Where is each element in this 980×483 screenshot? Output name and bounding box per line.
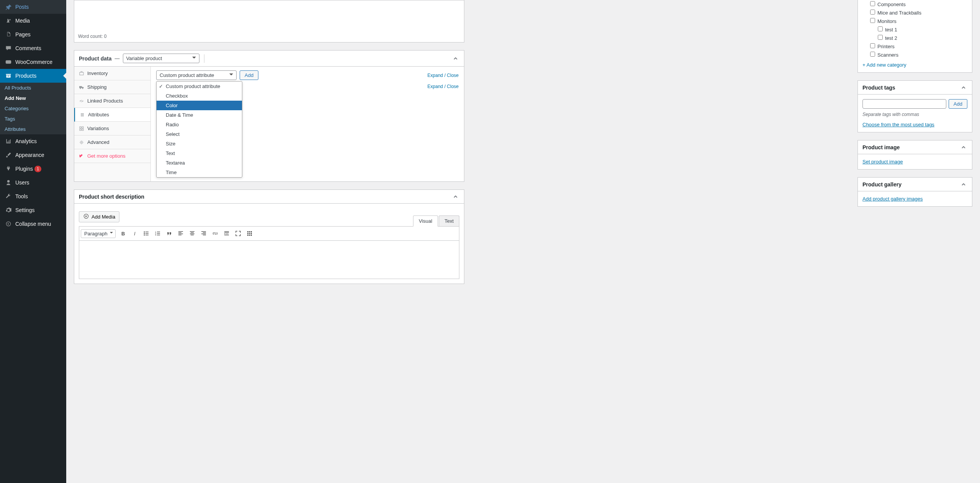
category-list: Components Mice and Trackballs Monitors … <box>858 0 972 72</box>
submenu-add-new[interactable]: Add New <box>0 93 66 103</box>
collapse-icon <box>5 220 12 228</box>
toggle-short-desc-icon[interactable] <box>452 193 459 201</box>
add-gallery-images-link[interactable]: Add product gallery images <box>862 196 923 202</box>
submenu-all-products[interactable]: All Products <box>0 83 66 93</box>
dropdown-option-text[interactable]: Text <box>157 148 242 158</box>
toolbar-toggle-button[interactable] <box>244 228 255 239</box>
sidebar-item-appearance[interactable]: Appearance <box>0 148 66 162</box>
toggle-tags-icon[interactable] <box>960 84 967 91</box>
sidebar-item-users[interactable]: Users <box>0 176 66 189</box>
sidebar-item-woocommerce[interactable]: WooCommerce <box>0 55 66 69</box>
dropdown-option-size[interactable]: Size <box>157 139 242 148</box>
expand-close-links-2: Expand / Close <box>428 84 459 89</box>
category-label[interactable]: Mice and Trackballs <box>870 10 921 16</box>
align-left-button[interactable] <box>175 228 186 239</box>
align-center-button[interactable] <box>187 228 198 239</box>
sidebar-item-collapse[interactable]: Collapse menu <box>0 217 66 231</box>
category-checkbox-scanners[interactable] <box>870 52 875 57</box>
category-label[interactable]: Components <box>870 2 906 7</box>
sidebar-label: Settings <box>15 207 35 213</box>
category-checkbox-test2[interactable] <box>878 35 883 40</box>
choose-used-tags-link[interactable]: Choose from the most used tags <box>862 122 934 127</box>
sidebar-item-posts[interactable]: Posts <box>0 0 66 14</box>
tab-linked-products[interactable]: Linked Products <box>74 94 150 108</box>
submenu-categories[interactable]: Categories <box>0 103 66 114</box>
category-label[interactable]: test 2 <box>878 35 897 41</box>
short-description-editor[interactable] <box>79 241 459 279</box>
sidebar-item-settings[interactable]: Settings <box>0 203 66 217</box>
italic-button[interactable]: I <box>129 228 140 239</box>
align-right-button[interactable] <box>198 228 209 239</box>
expand-link[interactable]: Expand <box>428 73 443 78</box>
add-attribute-button[interactable]: Add <box>240 70 258 80</box>
dropdown-option-time[interactable]: Time <box>157 168 242 177</box>
category-checkbox-test1[interactable] <box>878 26 883 31</box>
toggle-gallery-icon[interactable] <box>960 181 967 188</box>
category-label[interactable]: test 1 <box>878 27 897 33</box>
blockquote-button[interactable] <box>164 228 175 239</box>
sidebar-item-analytics[interactable]: Analytics <box>0 134 66 148</box>
category-label[interactable]: Scanners <box>870 52 898 58</box>
tab-attributes[interactable]: Attributes <box>74 108 150 122</box>
category-checkbox-printers[interactable] <box>870 43 875 48</box>
dropdown-option-radio[interactable]: Radio <box>157 120 242 129</box>
sidebar-item-media[interactable]: Media <box>0 14 66 28</box>
tab-label: Inventory <box>87 70 108 76</box>
submenu-tags[interactable]: Tags <box>0 114 66 124</box>
numbered-list-button[interactable]: 123 <box>152 228 163 239</box>
category-checkbox-components[interactable] <box>870 1 875 6</box>
tab-inventory[interactable]: Inventory <box>74 67 150 80</box>
fullscreen-button[interactable] <box>233 228 243 239</box>
add-media-button[interactable]: Add Media <box>79 211 119 222</box>
add-tag-button[interactable]: Add <box>949 99 967 109</box>
product-categories-metabox: Components Mice and Trackballs Monitors … <box>858 0 972 73</box>
sidebar-item-comments[interactable]: Comments <box>0 41 66 55</box>
category-label[interactable]: Monitors <box>870 18 897 24</box>
dropdown-option-color[interactable]: Color <box>157 101 242 110</box>
category-item: Components <box>862 0 967 8</box>
category-checkbox-monitors[interactable] <box>870 18 875 23</box>
paragraph-select[interactable]: Paragraph <box>81 229 116 238</box>
submenu-attributes[interactable]: Attributes <box>0 124 66 134</box>
sidebar-item-products[interactable]: Products <box>0 69 66 83</box>
insert-more-button[interactable] <box>221 228 232 239</box>
set-product-image-link[interactable]: Set product image <box>862 159 903 165</box>
close-link[interactable]: Close <box>447 73 459 78</box>
add-new-category-link[interactable]: + Add new category <box>862 62 906 68</box>
sidebar-label: Comments <box>15 45 41 51</box>
toggle-product-data-icon[interactable] <box>452 55 459 62</box>
editor-body-top[interactable] <box>74 0 464 31</box>
dropdown-option-checkbox[interactable]: Checkbox <box>157 91 242 101</box>
tab-variations[interactable]: Variations <box>74 122 150 135</box>
dropdown-option-datetime[interactable]: Date & Time <box>157 110 242 120</box>
editor-tab-text[interactable]: Text <box>439 215 459 226</box>
link-button[interactable] <box>210 228 220 239</box>
editor-toolbar: Paragraph B I 123 <box>79 226 459 241</box>
editor-tab-visual[interactable]: Visual <box>413 215 438 227</box>
product-type-select[interactable]: Variable product <box>123 54 199 63</box>
sidebar-item-pages[interactable]: Pages <box>0 28 66 41</box>
sidebar-item-tools[interactable]: Tools <box>0 189 66 203</box>
dropdown-option-custom[interactable]: Custom product attribute <box>157 82 242 91</box>
tag-input[interactable] <box>862 99 946 109</box>
expand-link-2[interactable]: Expand <box>428 84 443 89</box>
close-link-2[interactable]: Close <box>447 84 459 89</box>
sidebar-item-plugins[interactable]: Plugins 1 <box>0 162 66 176</box>
dropdown-option-select[interactable]: Select <box>157 129 242 139</box>
media-icon <box>83 213 89 220</box>
toggle-image-icon[interactable] <box>960 144 967 151</box>
tab-label: Linked Products <box>87 98 123 104</box>
tab-label: Shipping <box>87 84 107 90</box>
tab-advanced[interactable]: Advanced <box>74 135 150 149</box>
tab-get-more-options[interactable]: Get more options <box>74 149 150 163</box>
attribute-type-select[interactable]: Custom product attribute <box>156 70 237 80</box>
product-gallery-header: Product gallery <box>858 178 972 191</box>
dropdown-option-textarea[interactable]: Textarea <box>157 158 242 168</box>
bold-button[interactable]: B <box>118 228 129 239</box>
bullet-list-button[interactable] <box>141 228 152 239</box>
category-checkbox-mice[interactable] <box>870 10 875 15</box>
product-data-tabs: Inventory Shipping Linked Products Attri… <box>74 67 151 181</box>
category-label[interactable]: Printers <box>870 44 895 49</box>
tab-shipping[interactable]: Shipping <box>74 80 150 94</box>
product-image-header: Product image <box>858 140 972 154</box>
